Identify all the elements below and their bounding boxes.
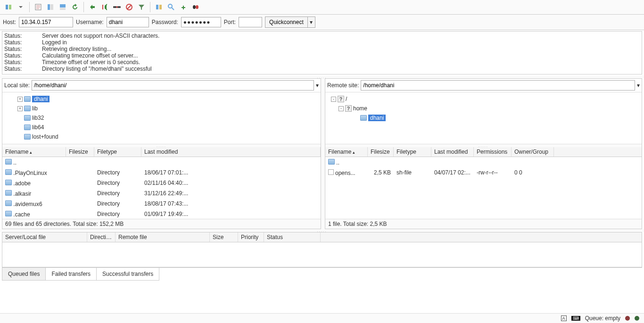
column-header[interactable]: Remote file — [116, 232, 210, 242]
local-site-label: Local site: — [4, 82, 30, 89]
column-header[interactable]: Priority — [238, 232, 264, 242]
local-columns: Filename▴FilesizeFiletypeLast modified — [2, 147, 321, 157]
tree-label: dhani — [368, 115, 386, 121]
svg-rect-0 — [6, 5, 8, 9]
column-header[interactable]: Filesize — [368, 147, 394, 157]
process-queue-icon[interactable] — [87, 1, 98, 13]
log-message: Timezone offset of server is 0 seconds. — [42, 59, 140, 66]
folder-icon — [5, 180, 12, 185]
svg-point-20 — [168, 4, 172, 8]
svg-rect-13 — [116, 6, 117, 8]
toggle-queue-icon[interactable] — [57, 1, 68, 13]
quickconnect-button[interactable]: Quickconnect — [265, 17, 308, 28]
list-item[interactable]: .adobeDirectory02/11/16 04:40:... — [2, 178, 321, 188]
log-panel[interactable]: Status:Server does not support non-ASCII… — [2, 31, 642, 75]
list-item[interactable]: opens...2,5 KBsh-file04/07/17 02:...-rw-… — [325, 167, 642, 178]
list-item[interactable]: .avidemux6Directory18/08/17 07:43:... — [2, 199, 321, 209]
column-header[interactable]: Last modified — [141, 147, 321, 157]
list-item[interactable]: .PlayOnLinuxDirectory18/06/17 07:01:... — [2, 167, 321, 178]
host-input[interactable] — [19, 17, 73, 27]
tab-queued[interactable]: Queued files — [2, 268, 46, 281]
unknown-icon: ? — [338, 96, 344, 102]
cancel-icon[interactable] — [99, 1, 110, 13]
tab-success[interactable]: Successful transfers — [96, 268, 159, 281]
svg-line-21 — [172, 8, 174, 10]
remote-columns: Filename▴FilesizeFiletypeLast modifiedPe… — [325, 147, 642, 157]
column-header[interactable]: Status — [264, 232, 321, 242]
tree-item[interactable]: dhani — [326, 113, 641, 123]
list-item[interactable]: .alkasirDirectory31/12/16 22:49:... — [2, 188, 321, 199]
reconnect-icon[interactable] — [124, 1, 135, 13]
tree-item[interactable]: lib64 — [3, 123, 320, 132]
refresh-icon[interactable] — [69, 1, 81, 13]
column-header[interactable]: Filename▴ — [2, 147, 66, 157]
dropdown-icon[interactable] — [15, 1, 26, 13]
remote-path-input[interactable] — [361, 80, 635, 91]
host-label: Host: — [3, 19, 16, 25]
port-input[interactable] — [239, 17, 262, 27]
tree-item[interactable]: lost+found — [3, 132, 320, 141]
log-label: Status: — [4, 39, 42, 46]
remote-site-label: Remote site: — [327, 82, 359, 89]
sync-browse-icon[interactable] — [165, 1, 177, 13]
bookmark-icon[interactable] — [178, 1, 189, 13]
compare-icon[interactable] — [153, 1, 165, 13]
svg-rect-15 — [119, 6, 120, 8]
remote-tree[interactable]: -?/-?homedhani — [325, 92, 642, 144]
tree-label: dhani — [32, 96, 50, 102]
tree-label: lib — [32, 105, 38, 112]
log-label: Status: — [4, 46, 42, 52]
folder-icon — [328, 159, 335, 165]
column-header[interactable]: Filesize — [66, 147, 94, 157]
tree-item[interactable]: +lib — [3, 104, 320, 113]
tab-failed[interactable]: Failed transfers — [45, 268, 97, 281]
column-header[interactable]: Owner/Group — [512, 147, 554, 157]
site-manager-icon[interactable] — [3, 1, 14, 13]
remote-file-list[interactable]: ..opens...2,5 KBsh-file04/07/17 02:...-r… — [325, 157, 642, 219]
tree-item[interactable]: lib32 — [3, 113, 320, 123]
remote-status: 1 file. Total size: 2,5 KB — [325, 219, 642, 229]
tree-expander[interactable]: + — [17, 97, 23, 102]
column-header[interactable]: Direction — [87, 232, 116, 242]
folder-icon — [24, 124, 31, 130]
column-header[interactable]: Filetype — [394, 147, 431, 157]
tree-expander[interactable]: + — [17, 106, 23, 111]
column-header[interactable]: Server/Local file — [2, 232, 87, 242]
list-item[interactable]: .. — [325, 157, 642, 167]
local-path-input[interactable] — [32, 80, 314, 91]
column-header[interactable]: Filetype — [94, 147, 141, 157]
tree-expander[interactable]: - — [339, 106, 344, 111]
chevron-down-icon[interactable]: ▾ — [637, 82, 640, 89]
svg-rect-1 — [9, 5, 11, 9]
remote-pane: Remote site: ▾ -?/-?homedhani Filename▴F… — [325, 78, 642, 229]
list-item[interactable]: .. — [2, 157, 321, 167]
toggle-tree-icon[interactable] — [45, 1, 56, 13]
tree-item[interactable]: -?home — [326, 104, 641, 113]
column-header[interactable]: Last modified — [431, 147, 474, 157]
chevron-down-icon[interactable]: ▾ — [316, 82, 319, 89]
column-header[interactable]: Permissions — [474, 147, 512, 157]
column-header[interactable]: Filename▴ — [325, 147, 368, 157]
filter-icon[interactable] — [136, 1, 147, 13]
local-file-list[interactable]: .. .PlayOnLinuxDirectory18/06/17 07:01:.… — [2, 157, 321, 219]
find-icon[interactable] — [190, 1, 201, 13]
queue-tabs: Queued files Failed transfers Successful… — [2, 267, 642, 281]
folder-icon — [5, 211, 12, 216]
folder-icon — [24, 106, 31, 111]
tree-item[interactable]: -?/ — [326, 94, 641, 104]
splitter-panes[interactable] — [321, 78, 325, 229]
quickconnect-dropdown[interactable]: ▾ — [308, 17, 315, 28]
checkbox[interactable] — [328, 169, 334, 175]
password-input[interactable]: ●●●●●●● — [181, 17, 221, 27]
column-header[interactable]: Size — [210, 232, 238, 242]
local-tree[interactable]: +dhani+liblib32lib64lost+found — [2, 92, 321, 144]
tree-label: lib32 — [32, 115, 44, 121]
svg-rect-12 — [115, 6, 116, 8]
toggle-log-icon[interactable] — [33, 1, 44, 13]
tree-expander[interactable]: - — [331, 97, 336, 102]
username-input[interactable] — [107, 17, 149, 27]
svg-point-22 — [193, 5, 196, 9]
list-item[interactable]: .cacheDirectory01/09/17 19:49:... — [2, 209, 321, 219]
tree-item[interactable]: +dhani — [3, 94, 320, 104]
disconnect-icon[interactable] — [111, 1, 123, 13]
